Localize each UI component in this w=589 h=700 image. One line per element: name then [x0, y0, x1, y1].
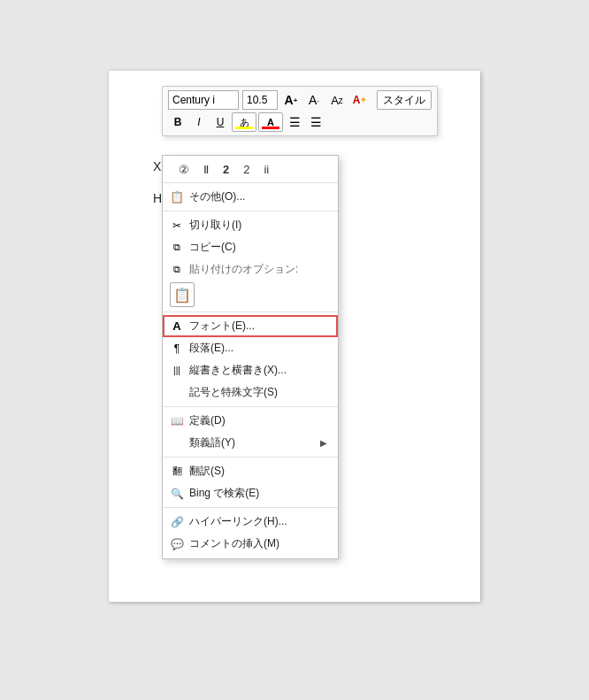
underline-button[interactable]: U [210, 112, 230, 132]
clear-format-button[interactable]: Az [327, 90, 347, 110]
menu-item-comment[interactable]: 💬 コメントの挿入(M) [163, 533, 338, 555]
formatting-toolbar: Century i 10.5 A+ A- Az A✦ スタイル B I U あ … [162, 86, 438, 136]
menu-item-paste-label: ⧉ 貼り付けのオプション: [163, 258, 338, 281]
context-menu: ② Ⅱ 2 2 ii 📋 その他(O)... ✂ 切り取り(I) ⧉ コピー(C… [162, 155, 339, 559]
text-effect-button[interactable]: A✦ [350, 90, 370, 110]
menu-label-define: 定義(D) [189, 413, 226, 428]
cut-icon: ✂ [170, 219, 184, 233]
font-name-box[interactable]: Century i [168, 90, 239, 110]
menu-item-translate[interactable]: 翻 翻訳(S) [163, 460, 338, 482]
paste-icons-row: 📋 [163, 281, 338, 309]
thesaurus-icon [170, 436, 184, 450]
list-button[interactable]: ☰ [285, 112, 304, 132]
hyperlink-icon: 🔗 [170, 515, 184, 529]
char-option-num-2-bold[interactable]: 2 [221, 162, 231, 177]
font-size-box[interactable]: 10.5 [242, 90, 278, 110]
char-option-roman-2[interactable]: Ⅱ [202, 162, 210, 177]
char-option-ii[interactable]: ii [262, 162, 271, 177]
menu-label-paragraph: 段落(E)... [189, 341, 233, 356]
text-direction-icon: ||| [170, 364, 184, 378]
char-option-num-2[interactable]: 2 [241, 162, 251, 177]
char-option-circled-2[interactable]: ② [177, 162, 191, 177]
paste-label-icon: ⧉ [170, 263, 184, 277]
translate-icon: 翻 [170, 465, 184, 479]
separator-1 [163, 182, 338, 183]
menu-item-cut[interactable]: ✂ 切り取り(I) [163, 214, 338, 236]
toolbar-row-1: Century i 10.5 A+ A- Az A✦ スタイル [168, 90, 432, 110]
menu-item-font[interactable]: A フォント(E)... [163, 315, 338, 337]
indent-button[interactable]: ☰ [306, 112, 325, 132]
menu-item-bing[interactable]: 🔍 Bing で検索(E) [163, 482, 338, 504]
separator-5 [163, 457, 338, 458]
highlight-color-indicator [235, 127, 253, 129]
separator-2 [163, 211, 338, 212]
menu-item-paragraph[interactable]: ¶ 段落(E)... [163, 337, 338, 359]
menu-label-cut: 切り取り(I) [189, 218, 241, 233]
thesaurus-arrow: ▶ [320, 438, 327, 448]
paragraph-icon: ¶ [170, 342, 184, 356]
separator-3 [163, 312, 338, 312]
bing-icon: 🔍 [170, 487, 184, 501]
menu-label-bing: Bing で検索(E) [189, 486, 259, 501]
copy-icon: ⧉ [170, 241, 184, 255]
comment-icon: 💬 [170, 537, 184, 551]
symbol-icon [170, 386, 184, 400]
menu-item-define[interactable]: 📖 定義(D) [163, 410, 338, 432]
menu-item-thesaurus[interactable]: 類義語(Y) ▶ [163, 432, 338, 454]
menu-item-symbol[interactable]: 記号と特殊文字(S) [163, 381, 338, 404]
menu-label-translate: 翻訳(S) [189, 464, 225, 479]
menu-item-hyperlink[interactable]: 🔗 ハイパーリンク(H)... [163, 511, 338, 533]
menu-item-text-direction[interactable]: ||| 縦書きと横書き(X)... [163, 359, 338, 381]
separator-4 [163, 406, 338, 407]
menu-label-copy: コピー(C) [189, 240, 236, 255]
menu-label-paste-options: 貼り付けのオプション: [189, 262, 298, 277]
menu-label-font: フォント(E)... [189, 319, 255, 334]
font-color-button[interactable]: A [258, 112, 283, 132]
menu-label-other: その他(O)... [189, 189, 245, 204]
char-options-row: ② Ⅱ 2 2 ii [163, 159, 338, 180]
toolbar-row-2: B I U あ A ☰ ☰ [168, 112, 432, 132]
menu-label-comment: コメントの挿入(M) [189, 536, 279, 551]
bold-button[interactable]: B [168, 112, 187, 132]
highlight-button[interactable]: あ [232, 112, 256, 132]
font-color-indicator [262, 127, 279, 129]
font-icon: A [170, 319, 184, 334]
italic-button[interactable]: I [189, 112, 209, 132]
menu-label-symbol: 記号と特殊文字(S) [189, 385, 278, 400]
grow-font-button[interactable]: A+ [281, 90, 301, 110]
menu-label-thesaurus: 類義語(Y) [189, 435, 235, 450]
menu-label-text-direction: 縦書きと横書き(X)... [189, 363, 287, 378]
separator-6 [163, 507, 338, 508]
menu-item-copy[interactable]: ⧉ コピー(C) [163, 236, 338, 258]
paste-icon-button[interactable]: 📋 [170, 282, 195, 307]
menu-item-other[interactable]: 📋 その他(O)... [163, 186, 338, 208]
other-icon: 📋 [170, 190, 184, 204]
shrink-font-button[interactable]: A- [304, 90, 324, 110]
define-icon: 📖 [170, 414, 184, 428]
style-button[interactable]: スタイル [377, 90, 432, 110]
menu-label-hyperlink: ハイパーリンク(H)... [189, 514, 287, 529]
